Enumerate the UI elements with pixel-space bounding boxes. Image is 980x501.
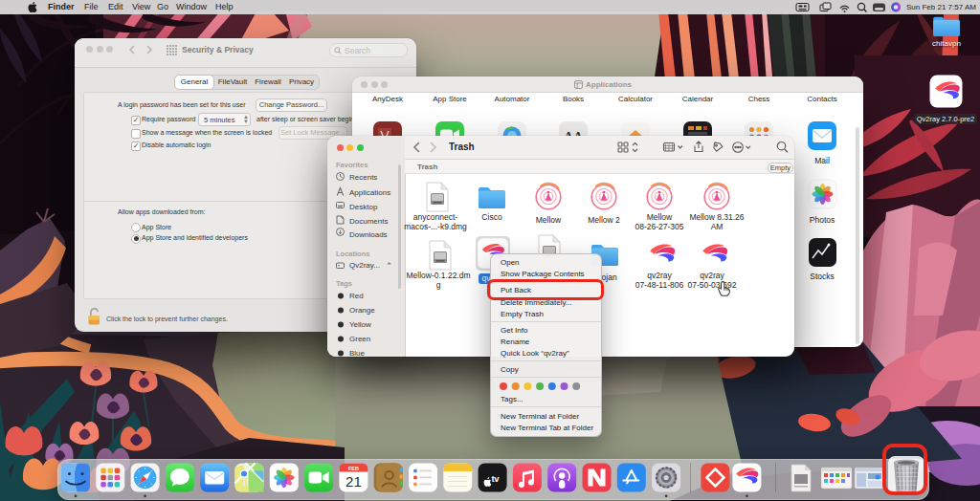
svg-text:Mail: Mail — [814, 156, 830, 165]
svg-text:08-26-27-305: 08-26-27-305 — [635, 222, 683, 231]
svg-text:qv2ray: qv2ray — [700, 271, 724, 280]
svg-text:Mellow 8.31.26: Mellow 8.31.26 — [689, 212, 744, 222]
svg-text:21: 21 — [345, 473, 362, 490]
svg-text:Mellow: Mellow — [536, 215, 562, 225]
svg-text:Photos: Photos — [810, 215, 835, 225]
svg-text:g: g — [436, 280, 441, 290]
svg-text:Mellow 2: Mellow 2 — [588, 215, 620, 225]
svg-text:07-48-11-806: 07-48-11-806 — [635, 280, 684, 290]
svg-text:tv: tv — [492, 473, 501, 484]
svg-text:anyconnect-: anyconnect- — [413, 212, 457, 222]
svg-text:AM: AM — [711, 222, 724, 231]
svg-text:Mellow-0.1.22.dm: Mellow-0.1.22.dm — [406, 271, 470, 280]
svg-text:qv2ray: qv2ray — [647, 271, 672, 280]
svg-text:macos-...-k9.dmg: macos-...-k9.dmg — [404, 222, 467, 231]
svg-text:Cisco: Cisco — [481, 212, 502, 222]
svg-text:FEB: FEB — [348, 466, 359, 471]
svg-text:Stocks: Stocks — [810, 272, 835, 281]
svg-text:Mellow: Mellow — [647, 212, 673, 222]
